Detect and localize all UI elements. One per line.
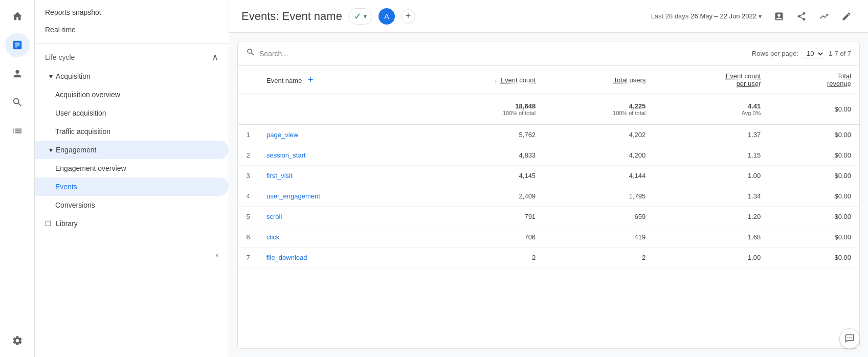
status-check-icon: ✓ xyxy=(354,11,362,22)
row-num: 1 xyxy=(238,125,258,145)
sidebar-item-acquisition-overview[interactable]: Acquisition overview xyxy=(35,85,229,104)
table-row: 2 session_start 4,833 4,200 1.15 $0.00 xyxy=(238,145,859,166)
library-icon: ☐ xyxy=(45,219,52,228)
row-revenue: $0.00 xyxy=(769,248,859,268)
reports-nav-item[interactable] xyxy=(5,33,30,57)
configure-nav-item[interactable] xyxy=(5,90,30,115)
row-event-name: click xyxy=(258,227,415,248)
dropdown-chevron-icon: ▾ xyxy=(364,13,367,20)
library-label: Library xyxy=(56,219,78,228)
date-range-value: 26 May – 22 Jun 2022 xyxy=(691,12,756,20)
acquisition-arrow: ▾ xyxy=(49,72,53,80)
row-event-count: 2 xyxy=(415,248,544,268)
col-event-count-per-user[interactable]: Event countper user xyxy=(654,66,769,94)
engagement-header[interactable]: ▾ Engagement xyxy=(35,141,229,159)
row-num: 7 xyxy=(238,248,258,268)
home-nav-item[interactable] xyxy=(5,4,30,29)
lifecycle-chevron: ∧ xyxy=(212,52,218,63)
totals-total-users: 4,225 100% of total xyxy=(544,94,654,125)
row-total-users: 4,202 xyxy=(544,125,654,145)
collapse-icon: ‹ xyxy=(216,251,218,259)
sidebar-item-events[interactable]: Events xyxy=(35,177,229,196)
row-event-name: first_visit xyxy=(258,166,415,186)
event-name-link[interactable]: session_start xyxy=(266,151,306,159)
row-per-user: 1.20 xyxy=(654,207,769,227)
event-name-link[interactable]: user_engagement xyxy=(266,192,320,200)
table-row: 5 scroll 791 659 1.20 $0.00 xyxy=(238,207,859,227)
avatar[interactable]: A xyxy=(379,8,395,25)
row-event-name: session_start xyxy=(258,145,415,166)
settings-nav-item[interactable] xyxy=(5,328,30,353)
table-row: 6 click 706 419 1.68 $0.00 xyxy=(238,227,859,248)
row-per-user: 1.00 xyxy=(654,248,769,268)
sidebar-item-library[interactable]: ☐ Library xyxy=(35,214,229,233)
audience-nav-item[interactable] xyxy=(5,61,30,86)
date-range-label: Last 28 days xyxy=(651,12,689,20)
row-revenue: $0.00 xyxy=(769,166,859,186)
icon-bar xyxy=(0,0,35,357)
sort-arrow-icon: ↓ xyxy=(494,76,498,84)
date-range-selector[interactable]: Last 28 days 26 May – 22 Jun 2022 ▾ xyxy=(651,12,762,20)
totals-row: 18,648 100% of total 4,225 100% of total… xyxy=(238,94,859,125)
engagement-label: Engagement xyxy=(56,146,96,154)
sidebar-item-conversions[interactable]: Conversions xyxy=(35,196,229,214)
add-column-button[interactable]: + xyxy=(308,75,314,85)
table-row: 1 page_view 5,762 4,202 1.37 $0.00 xyxy=(238,125,859,145)
row-event-name: scroll xyxy=(258,207,415,227)
row-total-users: 419 xyxy=(544,227,654,248)
admin-nav-item[interactable] xyxy=(5,119,30,143)
edit-button[interactable] xyxy=(837,7,856,26)
search-input[interactable] xyxy=(259,50,748,58)
event-name-link[interactable]: scroll xyxy=(266,213,282,220)
row-per-user: 1.34 xyxy=(654,186,769,207)
row-event-count: 2,409 xyxy=(415,186,544,207)
totals-revenue: $0.00 xyxy=(769,94,859,125)
row-event-count: 5,762 xyxy=(415,125,544,145)
row-total-users: 1,795 xyxy=(544,186,654,207)
acquisition-header[interactable]: ▾ Acquisition xyxy=(35,67,229,85)
col-total-revenue[interactable]: Totalrevenue xyxy=(769,66,859,94)
row-revenue: $0.00 xyxy=(769,145,859,166)
sidebar-item-traffic-acquisition[interactable]: Traffic acquisition xyxy=(35,122,229,141)
lifecycle-section[interactable]: Life cycle ∧ xyxy=(35,48,229,67)
row-revenue: $0.00 xyxy=(769,186,859,207)
row-event-count: 791 xyxy=(415,207,544,227)
row-event-name: file_download xyxy=(258,248,415,268)
total-users-header: Total users xyxy=(613,76,646,84)
compare-button[interactable] xyxy=(815,7,833,26)
row-revenue: $0.00 xyxy=(769,125,859,145)
col-event-count[interactable]: ↓ Event count xyxy=(415,66,544,94)
search-icon xyxy=(246,48,255,59)
lifecycle-label: Life cycle xyxy=(45,53,75,61)
col-total-users[interactable]: Total users xyxy=(544,66,654,94)
event-name-link[interactable]: page_view xyxy=(266,131,298,139)
collapse-sidebar-button[interactable]: ‹ xyxy=(35,243,229,267)
feedback-button[interactable] xyxy=(839,328,860,349)
chart-type-button[interactable] xyxy=(770,7,788,26)
engagement-arrow: ▾ xyxy=(49,146,53,154)
event-name-link[interactable]: first_visit xyxy=(266,172,293,180)
sidebar-item-user-acquisition[interactable]: User acquisition xyxy=(35,104,229,122)
row-event-name: user_engagement xyxy=(258,186,415,207)
totals-event-count: 18,648 100% of total xyxy=(415,94,544,125)
row-total-users: 4,144 xyxy=(544,166,654,186)
event-name-link[interactable]: file_download xyxy=(266,254,307,261)
sidebar-item-engagement-overview[interactable]: Engagement overview xyxy=(35,159,229,177)
add-button[interactable]: + xyxy=(401,9,415,24)
row-per-user: 1.15 xyxy=(654,145,769,166)
table-area: Rows per page: 10 25 50 1-7 of 7 Event n… xyxy=(237,41,860,349)
event-name-link[interactable]: click xyxy=(266,233,279,241)
share-button[interactable] xyxy=(792,7,811,26)
row-per-user: 1.37 xyxy=(654,125,769,145)
sidebar-item-realtime[interactable]: Real-time xyxy=(35,20,229,39)
reports-snapshot-header[interactable]: Reports snapshot xyxy=(35,0,229,20)
page-title: Events: Event name xyxy=(241,10,342,23)
totals-num xyxy=(238,94,258,125)
date-range-chevron-icon: ▾ xyxy=(759,13,762,20)
topbar-icons xyxy=(770,7,856,26)
row-total-users: 659 xyxy=(544,207,654,227)
rows-per-page-select[interactable]: 10 25 50 xyxy=(803,49,825,58)
status-badge[interactable]: ✓ ▾ xyxy=(348,8,372,25)
totals-event-name xyxy=(258,94,415,125)
col-event-name[interactable]: Event name + xyxy=(258,66,415,94)
